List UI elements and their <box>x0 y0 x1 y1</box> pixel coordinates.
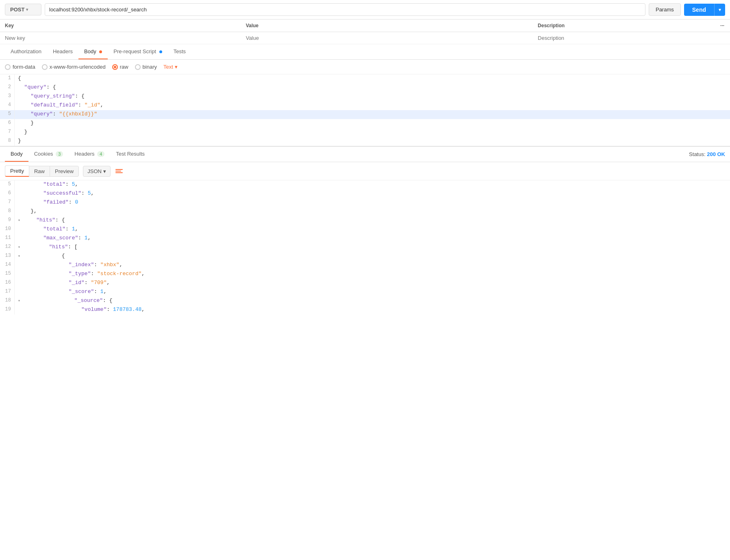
wrap-icon[interactable] <box>115 169 123 173</box>
line-content: } <box>15 128 730 137</box>
req-code-line: 4 "default_field": "_id", <box>0 101 730 110</box>
status-value: 200 OK <box>707 151 725 157</box>
params-button[interactable]: Params <box>649 3 681 16</box>
line-content: "query": "{{xhbxId}}" <box>15 110 730 119</box>
request-tabs: Authorization Headers Body Pre-request S… <box>0 44 730 60</box>
line-content: "query_string": { <box>15 92 730 101</box>
line-content: } <box>15 119 730 128</box>
resp-code-line: 5 "total": 5, <box>0 180 730 189</box>
resp-code-line: 10 "total": 1, <box>0 225 730 234</box>
line-content: "total": 5, <box>15 180 730 189</box>
line-content: "total": 1, <box>15 225 730 234</box>
text-dropdown-chevron-icon: ▾ <box>175 64 178 70</box>
format-chevron-icon: ▾ <box>103 168 106 174</box>
resp-code-line: 16 "_id": "709", <box>0 279 730 288</box>
resp-code-line: 8 }, <box>0 207 730 216</box>
line-number: 18 <box>0 297 15 306</box>
cookies-badge: 3 <box>56 151 63 157</box>
line-number: 11 <box>0 234 15 243</box>
line-number: 16 <box>0 279 15 288</box>
description-input[interactable] <box>538 35 710 41</box>
line-content: "_id": "709", <box>15 279 730 288</box>
req-code-line: 1{ <box>0 74 730 83</box>
line-content: "_score": 1, <box>15 288 730 297</box>
tab-authorization[interactable]: Authorization <box>5 44 47 59</box>
urlencoded-option[interactable]: x-www-form-urlencoded <box>42 64 106 70</box>
url-bar: POST ▾ Params Send ▾ <box>0 0 730 20</box>
line-number: 2 <box>0 83 15 92</box>
method-chevron-icon: ▾ <box>26 7 28 12</box>
params-table: Key Value Description ··· <box>0 20 730 44</box>
resp-code-line: 11 "max_score": 1, <box>0 234 730 243</box>
resp-tab-test-results[interactable]: Test Results <box>110 147 150 162</box>
line-number: 4 <box>0 101 15 110</box>
tab-pre-request-script[interactable]: Pre-request Script <box>108 44 167 59</box>
line-content: "default_field": "_id", <box>15 101 730 110</box>
url-input[interactable] <box>45 3 645 16</box>
resp-code-line: 15 "_type": "stock-record", <box>0 270 730 279</box>
line-number: 7 <box>0 198 15 207</box>
col-header-extra: ··· <box>715 20 730 32</box>
body-dot-icon <box>99 50 102 53</box>
resp-tab-cookies[interactable]: Cookies 3 <box>28 147 69 162</box>
resp-code-line: 6 "successful": 5, <box>0 189 730 198</box>
response-code-editor: 5 "total": 5,6 "successful": 5,7 "failed… <box>0 180 730 315</box>
raw-option[interactable]: raw <box>112 64 128 70</box>
line-number: 8 <box>0 137 15 146</box>
text-format-dropdown[interactable]: Text ▾ <box>163 64 178 70</box>
line-content: "_index": "xhbx", <box>15 261 730 270</box>
resp-code-line: 12▾ "hits": [ <box>0 243 730 252</box>
line-number: 5 <box>0 180 15 189</box>
wrap-line-3 <box>115 172 123 173</box>
line-number: 12 <box>0 243 15 252</box>
binary-option[interactable]: binary <box>135 64 157 70</box>
line-content: }, <box>15 207 730 216</box>
tab-tests[interactable]: Tests <box>168 44 191 59</box>
line-number: 7 <box>0 128 15 137</box>
col-header-key: Key <box>0 20 241 32</box>
resp-code-line: 9▾ "hits": { <box>0 216 730 225</box>
line-content: "_type": "stock-record", <box>15 270 730 279</box>
line-content: "max_score": 1, <box>15 234 730 243</box>
line-content: { <box>15 74 730 83</box>
line-content: ▾ { <box>15 252 730 261</box>
preview-button[interactable]: Preview <box>50 166 79 177</box>
line-number: 19 <box>0 306 15 315</box>
value-input[interactable] <box>246 35 528 41</box>
format-select-dropdown[interactable]: JSON ▾ <box>83 166 111 177</box>
key-input[interactable] <box>5 35 236 41</box>
method-selector[interactable]: POST ▾ <box>5 4 41 15</box>
resp-code-line: 17 "_score": 1, <box>0 288 730 297</box>
method-text: POST <box>10 7 24 13</box>
send-dropdown-button[interactable]: ▾ <box>714 4 725 16</box>
col-header-description: Description <box>533 20 715 32</box>
response-tabs-bar: Body Cookies 3 Headers 4 Test Results St… <box>0 147 730 162</box>
resp-code-line: 14 "_index": "xhbx", <box>0 261 730 270</box>
body-options: form-data x-www-form-urlencoded raw bina… <box>0 60 730 74</box>
form-data-option[interactable]: form-data <box>5 64 35 70</box>
pretty-button[interactable]: Pretty <box>5 165 29 177</box>
req-code-line: 6 } <box>0 119 730 128</box>
wrap-line-2 <box>115 171 121 171</box>
line-content: "volume": 178783.48, <box>15 306 730 315</box>
resp-code-line: 13▾ { <box>0 252 730 261</box>
req-code-line: 7 } <box>0 128 730 137</box>
resp-tab-body[interactable]: Body <box>5 147 28 162</box>
raw-button[interactable]: Raw <box>29 166 50 177</box>
resp-code-line: 18▾ "_source": { <box>0 297 730 306</box>
line-number: 13 <box>0 252 15 261</box>
send-button[interactable]: Send <box>684 4 714 16</box>
resp-code-line: 7 "failed": 0 <box>0 198 730 207</box>
tab-body[interactable]: Body <box>78 44 108 59</box>
line-content: "failed": 0 <box>15 198 730 207</box>
request-code-editor[interactable]: 1{2 "query": {3 "query_string": {4 "defa… <box>0 74 730 146</box>
tab-headers[interactable]: Headers <box>47 44 78 59</box>
resp-tab-headers[interactable]: Headers 4 <box>69 147 110 162</box>
pre-request-dot-icon <box>159 50 162 53</box>
line-content: ▾ "_source": { <box>15 297 730 306</box>
headers-badge: 4 <box>97 151 104 157</box>
line-number: 10 <box>0 225 15 234</box>
line-number: 8 <box>0 207 15 216</box>
req-code-line: 3 "query_string": { <box>0 92 730 101</box>
line-content: ▾ "hits": { <box>15 216 730 225</box>
